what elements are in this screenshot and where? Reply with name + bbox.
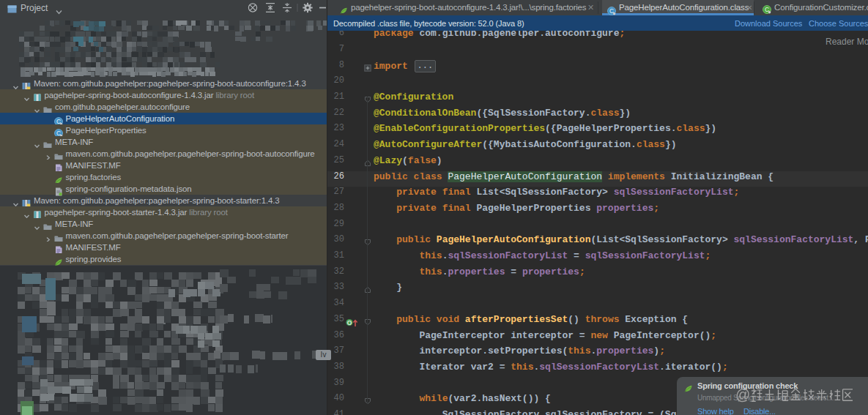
svg-text:O: O xyxy=(347,318,352,326)
svg-text:@: @ xyxy=(735,386,750,403)
